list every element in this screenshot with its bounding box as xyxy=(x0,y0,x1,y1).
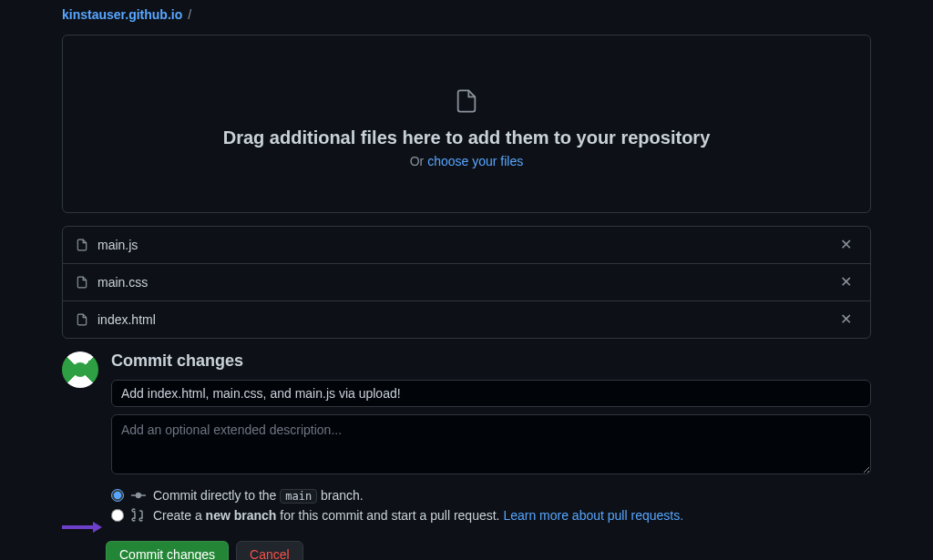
learn-pull-requests-link[interactable]: Learn more about pull requests. xyxy=(503,508,683,523)
file-row: main.css ✕ xyxy=(63,264,870,301)
file-dropzone[interactable]: Drag additional files here to add them t… xyxy=(62,35,871,213)
branch-name-pill: main xyxy=(280,489,317,504)
file-row: main.js ✕ xyxy=(63,227,870,264)
file-name: main.css xyxy=(97,275,835,290)
git-pull-request-icon xyxy=(131,508,146,523)
file-icon xyxy=(76,312,88,327)
commit-description-textarea[interactable] xyxy=(111,414,871,474)
cancel-button[interactable]: Cancel xyxy=(236,541,303,560)
annotation-arrow-icon xyxy=(62,521,102,534)
remove-file-button[interactable]: ✕ xyxy=(835,273,857,291)
commit-direct-radio-row[interactable]: Commit directly to the main branch. xyxy=(111,488,871,503)
remove-file-button[interactable]: ✕ xyxy=(835,311,857,329)
commit-newbranch-radio-row[interactable]: Create a new branch for this commit and … xyxy=(111,508,871,523)
uploaded-files-list: main.js ✕ main.css ✕ index.html ✕ xyxy=(62,226,871,339)
svg-marker-1 xyxy=(93,522,102,533)
dropzone-subtext: Or choose your files xyxy=(81,154,852,168)
commit-heading: Commit changes xyxy=(111,351,871,371)
avatar xyxy=(62,351,98,388)
commit-changes-button[interactable]: Commit changes xyxy=(106,541,229,560)
file-icon xyxy=(76,238,88,252)
git-commit-icon xyxy=(131,488,146,503)
file-icon xyxy=(454,87,479,116)
file-name: index.html xyxy=(97,312,835,327)
remove-file-button[interactable]: ✕ xyxy=(835,236,857,254)
breadcrumb: kinstauser.github.io / xyxy=(62,0,871,25)
breadcrumb-separator: / xyxy=(188,7,191,22)
dropzone-headline: Drag additional files here to add them t… xyxy=(81,127,852,148)
file-name: main.js xyxy=(97,238,835,252)
file-icon xyxy=(76,275,88,290)
file-row: index.html ✕ xyxy=(63,301,870,338)
commit-direct-radio[interactable] xyxy=(111,489,124,502)
commit-summary-input[interactable] xyxy=(111,380,871,407)
breadcrumb-repo-link[interactable]: kinstauser.github.io xyxy=(62,7,182,22)
commit-newbranch-radio[interactable] xyxy=(111,509,124,522)
choose-files-link[interactable]: choose your files xyxy=(427,154,523,168)
